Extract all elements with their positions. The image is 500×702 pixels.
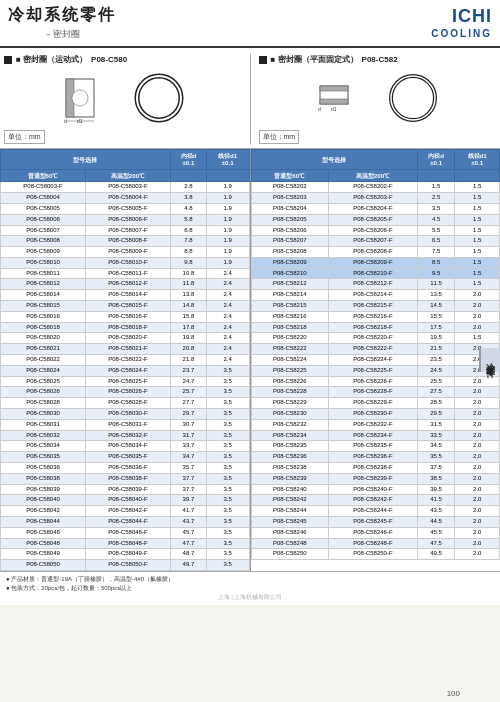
- model-normal: P08-C58238: [251, 463, 329, 474]
- model-normal: P08-C58209: [251, 257, 329, 268]
- model-normal: P08-C58215: [251, 301, 329, 312]
- wire-dia: 2.0: [455, 463, 500, 474]
- model-normal: P08-C58203: [251, 193, 329, 204]
- model-high: P08-C58238-F: [329, 463, 418, 474]
- model-high: P08-C58014-F: [85, 290, 170, 301]
- table-row: P08-C58038 P08-C58038-F 37.7 3.5: [1, 473, 250, 484]
- wire-dia: 2.4: [206, 333, 249, 344]
- th-d1-r: [455, 169, 500, 181]
- table-row: P08-C58006 P08-C58006-F 5.8 1.9: [1, 214, 250, 225]
- inner-dia: 31.5: [417, 419, 455, 430]
- model-high: P08-C58222-F: [329, 344, 418, 355]
- inner-dia: 43.5: [417, 506, 455, 517]
- model-high: P08-C58224-F: [329, 355, 418, 366]
- wire-dia: 1.5: [455, 203, 500, 214]
- table-row: P08-C58207 P08-C58207-F 6.5 1.5: [251, 236, 500, 247]
- wire-dia: 3.5: [206, 387, 249, 398]
- model-normal: P08-C58046: [1, 527, 86, 538]
- model-high: P08-C58212-F: [329, 279, 418, 290]
- inner-dia: 33.7: [170, 441, 206, 452]
- inner-dia: 38.5: [417, 473, 455, 484]
- diagram-left-code: P08-C580: [91, 55, 127, 64]
- table-row: P08-C58250 P08-C58250-F 49.5 2.0: [251, 549, 500, 560]
- diagram-left-content: d d1: [4, 69, 242, 128]
- wire-dia: 1.9: [206, 203, 249, 214]
- wire-dia: 1.9: [206, 236, 249, 247]
- model-normal: P08-C58010: [1, 257, 86, 268]
- wire-dia: 2.0: [455, 311, 500, 322]
- table-row: P08-C58024 P08-C58024-F 23.7 3.5: [1, 365, 250, 376]
- wire-dia: 1.9: [206, 193, 249, 204]
- model-normal: P08-C58048: [1, 538, 86, 549]
- table-row: P08-C58046 P08-C58046-F 45.7 3.5: [1, 527, 250, 538]
- table-row: P08-C58238 P08-C58238-F 37.5 2.0: [251, 463, 500, 474]
- inner-dia: 41.7: [170, 506, 206, 517]
- model-normal: P08-C58020: [1, 333, 86, 344]
- model-normal: P08-C58014: [1, 290, 86, 301]
- inner-dia: 23.7: [170, 365, 206, 376]
- diagram-right-svg: d d1: [315, 71, 387, 126]
- wire-dia: 2.0: [455, 441, 500, 452]
- wire-dia: 1.5: [455, 236, 500, 247]
- inner-dia: 48.7: [170, 549, 206, 560]
- wire-dia: 3.5: [206, 376, 249, 387]
- page-header: 冷却系统零件 －密封圈 ICHI COOLING: [0, 0, 500, 48]
- wire-dia: 1.5: [455, 268, 500, 279]
- wire-dia: 1.5: [455, 247, 500, 258]
- wire-dia: 3.5: [206, 506, 249, 517]
- wire-dia: 3.5: [206, 549, 249, 560]
- model-normal: P08-C58224: [251, 355, 329, 366]
- table-row: P08-C58004 P08-C58004-F 3.8 1.9: [1, 193, 250, 204]
- model-high: P08-C58236-F: [329, 452, 418, 463]
- model-high: P08-C58244-F: [329, 506, 418, 517]
- wire-dia: 1.5: [455, 257, 500, 268]
- model-high: P08-C58218-F: [329, 322, 418, 333]
- model-high: P08-C58032-F: [85, 430, 170, 441]
- wire-dia: 1.5: [455, 333, 500, 344]
- diagram-left: ■ 密封圈（运动式） P08-C580 d d1: [4, 54, 242, 144]
- table-row: P08-C58012 P08-C58012-F 11.8 2.4: [1, 279, 250, 290]
- table-row: P08-C58016 P08-C58016-F 15.8 2.4: [1, 311, 250, 322]
- model-high: P08-C58006-F: [85, 214, 170, 225]
- model-normal: P08-C58240: [251, 484, 329, 495]
- table-row: P08-C58230 P08-C58230-F 29.5 2.0: [251, 409, 500, 420]
- inner-dia: 25.7: [170, 387, 206, 398]
- model-normal: P08-C58012: [1, 279, 86, 290]
- model-normal: P08-C58220: [251, 333, 329, 344]
- wire-dia: 2.0: [455, 506, 500, 517]
- model-normal: P08-C58003-F: [1, 182, 86, 193]
- model-normal: P08-C58210: [251, 268, 329, 279]
- wire-dia: 3.5: [206, 452, 249, 463]
- model-high: P08-C58228-F: [329, 387, 418, 398]
- table-row: P08-C58008 P08-C58008-F 7.8 1.9: [1, 236, 250, 247]
- inner-dia: 35.5: [417, 452, 455, 463]
- model-high: P08-C58225-F: [329, 365, 418, 376]
- table-row: P08-C58010 P08-C58010-F 9.8 1.9: [1, 257, 250, 268]
- inner-dia: 6.5: [417, 236, 455, 247]
- model-normal: P08-C58005: [1, 203, 86, 214]
- model-high: P08-C58050-F: [85, 560, 170, 571]
- table-row: P08-C58032 P08-C58032-F 31.7 3.5: [1, 430, 250, 441]
- inner-dia: 9.5: [417, 268, 455, 279]
- th-wire-dia-r: 线径d1±0.1: [455, 150, 500, 170]
- wire-dia: 2.4: [206, 290, 249, 301]
- model-high: P08-C58024-F: [85, 365, 170, 376]
- wire-dia: 3.5: [206, 419, 249, 430]
- model-high: P08-C58010-F: [85, 257, 170, 268]
- model-high: P08-C58009-F: [85, 247, 170, 258]
- inner-dia: 45.7: [170, 527, 206, 538]
- table-row: P08-C58229 P08-C58229-F 28.5 2.0: [251, 398, 500, 409]
- model-high: P08-C58245-F: [329, 517, 418, 528]
- model-normal: P08-C58032: [1, 430, 86, 441]
- wire-dia: 3.5: [206, 463, 249, 474]
- diagrams-row: ■ 密封圈（运动式） P08-C580 d d1: [0, 48, 500, 149]
- table-row: P08-C58036 P08-C58036-F 35.7 3.5: [1, 463, 250, 474]
- table-row: P08-C58232 P08-C58232-F 31.5 2.0: [251, 419, 500, 430]
- inner-dia: 15.8: [170, 311, 206, 322]
- inner-dia: 20.8: [170, 344, 206, 355]
- model-normal: P08-C58026: [1, 387, 86, 398]
- table-row: P08-C58239 P08-C58239-F 38.5 2.0: [251, 473, 500, 484]
- table-row: P08-C58020 P08-C58020-F 19.8 2.4: [1, 333, 250, 344]
- inner-dia: 24.5: [417, 365, 455, 376]
- table-right: 型号选择 内径d±0.1 线径d1±0.1 普通型60℃ 高温型200℃ P08…: [251, 149, 501, 560]
